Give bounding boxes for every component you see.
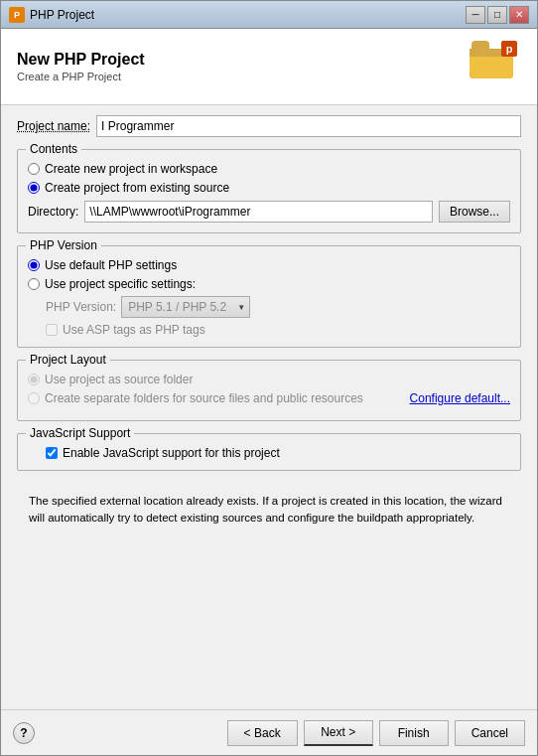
back-button[interactable]: < Back (227, 720, 298, 746)
window-title: PHP Project (30, 8, 466, 22)
php-version-value: PHP 5.1 / PHP 5.2 (128, 300, 226, 314)
dialog-title: New PHP Project (17, 51, 145, 69)
project-layout-group-content: Use project as source folder Create sepa… (28, 373, 510, 405)
php-version-select[interactable]: PHP 5.1 / PHP 5.2 ▼ (121, 296, 250, 318)
radio-default-php[interactable] (28, 259, 40, 271)
project-layout-group: Project Layout Use project as source fol… (17, 360, 521, 421)
js-support-group: JavaScript Support Enable JavaScript sup… (17, 433, 521, 471)
radio-new-project-label: Create new project in workspace (45, 162, 217, 176)
app-icon: P (9, 7, 25, 23)
js-support-group-content: Enable JavaScript support for this proje… (28, 446, 510, 460)
contents-group-content: Create new project in workspace Create p… (28, 162, 510, 223)
directory-input[interactable] (84, 201, 433, 223)
asp-tags-row: Use ASP tags as PHP tags (46, 323, 510, 337)
project-layout-group-label: Project Layout (26, 353, 110, 367)
directory-label: Directory: (28, 205, 78, 219)
dialog-header: New PHP Project Create a PHP Project p (1, 29, 537, 105)
header-titles: New PHP Project Create a PHP Project (17, 51, 145, 82)
radio-existing-project[interactable] (28, 182, 40, 194)
php-version-selector-row: PHP Version: PHP 5.1 / PHP 5.2 ▼ (46, 296, 510, 318)
radio-specific-php[interactable] (28, 278, 40, 290)
next-button[interactable]: Next > (304, 720, 373, 746)
contents-group-label: Contents (26, 142, 81, 156)
asp-tags-checkbox[interactable] (46, 324, 58, 336)
close-button[interactable]: ✕ (509, 6, 529, 24)
radio-separate-folders[interactable] (28, 392, 40, 404)
dialog-buttons: < Back Next > Finish Cancel (227, 720, 525, 746)
chevron-down-icon: ▼ (237, 303, 245, 312)
finish-button[interactable]: Finish (379, 720, 449, 746)
php-version-group-content: Use default PHP settings Use project spe… (28, 258, 510, 337)
directory-row: Directory: Browse... (28, 201, 510, 223)
cancel-button[interactable]: Cancel (455, 720, 525, 746)
radio-source-folder[interactable] (28, 374, 40, 385)
window-controls: ─ □ ✕ (466, 6, 529, 24)
browse-button[interactable]: Browse... (439, 201, 510, 223)
dialog-subtitle: Create a PHP Project (17, 71, 145, 82)
radio-specific-php-row: Use project specific settings: (28, 277, 510, 291)
js-support-label: Enable JavaScript support for this proje… (63, 446, 280, 460)
radio-new-project[interactable] (28, 163, 40, 175)
php-version-group: PHP Version Use default PHP settings Use… (17, 245, 521, 348)
project-name-label: Project name: (17, 119, 90, 133)
main-window: P PHP Project ─ □ ✕ New PHP Project Crea… (0, 0, 538, 756)
maximize-button[interactable]: □ (487, 6, 507, 24)
js-support-checkbox-row: Enable JavaScript support for this proje… (46, 446, 510, 460)
radio-source-folder-label: Use project as source folder (45, 373, 193, 386)
minimize-button[interactable]: ─ (466, 6, 485, 24)
title-bar: P PHP Project ─ □ ✕ (1, 1, 537, 29)
configure-default-link[interactable]: Configure default... (410, 391, 510, 405)
info-text-box: The specified external location already … (17, 483, 521, 537)
radio-new-project-row: Create new project in workspace (28, 162, 510, 176)
content-area: Project name: Contents Create new projec… (1, 105, 537, 709)
radio-specific-php-label: Use project specific settings: (45, 277, 196, 291)
radio-default-php-row: Use default PHP settings (28, 258, 510, 272)
radio-source-folder-row: Use project as source folder (28, 373, 510, 386)
info-text: The specified external location already … (29, 495, 502, 524)
radio-separate-folders-row: Create separate folders for source files… (28, 391, 510, 405)
js-support-group-label: JavaScript Support (26, 426, 134, 440)
folder-icon: p (470, 41, 517, 78)
project-name-input[interactable] (96, 115, 521, 137)
asp-tags-label: Use ASP tags as PHP tags (63, 323, 205, 337)
radio-separate-folders-label: Create separate folders for source files… (45, 391, 363, 405)
help-button[interactable]: ? (13, 722, 35, 744)
radio-existing-project-label: Create project from existing source (45, 181, 229, 195)
radio-existing-project-row: Create project from existing source (28, 181, 510, 195)
php-version-group-label: PHP Version (26, 238, 101, 252)
contents-group: Contents Create new project in workspace… (17, 149, 521, 233)
js-support-checkbox[interactable] (46, 447, 58, 459)
bottom-bar: ? < Back Next > Finish Cancel (1, 709, 537, 755)
project-name-row: Project name: (17, 115, 521, 137)
header-icon: p (470, 41, 521, 92)
php-version-selector-label: PHP Version: (46, 300, 116, 314)
p-badge: p (501, 41, 517, 57)
radio-default-php-label: Use default PHP settings (45, 258, 177, 272)
